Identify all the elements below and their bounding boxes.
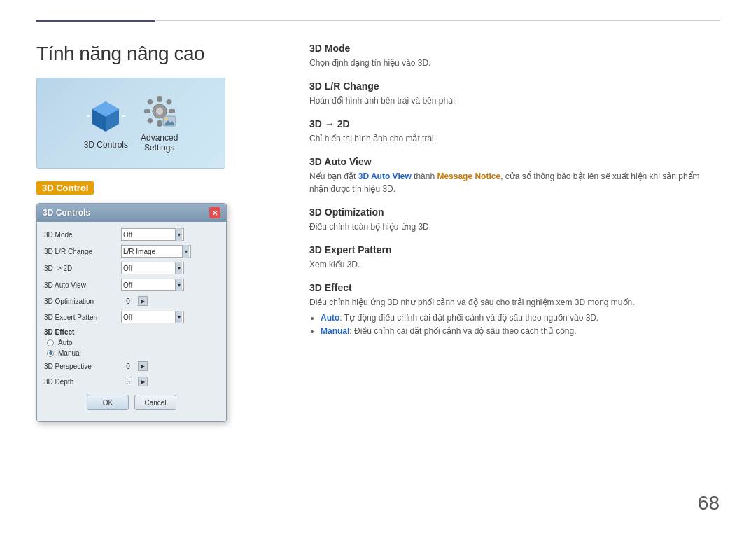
lr-change-select[interactable]: L/R Image ▾	[121, 245, 191, 258]
svg-point-9	[156, 108, 163, 115]
desc-3d-to-2d: Chỉ hiển thị hình ảnh cho mắt trái.	[309, 132, 720, 145]
dialog-value-lr-change[interactable]: L/R Image ▾	[121, 245, 219, 258]
radio-label-manual: Manual	[58, 349, 81, 357]
depth-stepper[interactable]: 5 ▶	[121, 377, 148, 386]
svg-rect-16	[146, 118, 153, 125]
top-lines	[0, 0, 756, 22]
optimization-stepper[interactable]: 0 ▶	[121, 296, 148, 306]
heading-auto-view: 3D Auto View	[309, 156, 720, 167]
dialog-label-optimization: 3D Optimization	[44, 297, 121, 305]
3d-mode-select[interactable]: Off ▾	[121, 228, 184, 241]
dialog-label-3d-mode: 3D Mode	[44, 231, 121, 239]
heading-3d-to-2d: 3D → 2D	[309, 118, 720, 129]
svg-rect-10	[158, 96, 162, 102]
section-3d-effect: 3D Effect Điều chỉnh hiệu ứng 3D như phố…	[309, 282, 720, 338]
perspective-stepper[interactable]: 0 ▶	[121, 361, 148, 371]
3d-mode-arrow: ▾	[175, 228, 182, 241]
radio-row-manual[interactable]: Manual	[37, 348, 226, 358]
dialog-value-auto-view[interactable]: Off ▾	[121, 279, 219, 291]
dialog-row-3d-mode: 3D Mode Off ▾	[37, 226, 226, 243]
dialog-cancel-button[interactable]: Cancel	[134, 395, 176, 410]
dialog-value-expert-pattern[interactable]: Off ▾	[121, 311, 219, 323]
auto-view-arrow: ▾	[175, 279, 182, 291]
heading-3d-effect: 3D Effect	[309, 282, 720, 293]
top-line-dark	[36, 20, 155, 22]
heading-optimization: 3D Optimization	[309, 206, 720, 218]
heading-3d-mode: 3D Mode	[309, 43, 720, 54]
dialog-value-optimization[interactable]: 0 ▶	[121, 296, 219, 306]
optimization-arrow-right[interactable]: ▶	[138, 296, 148, 306]
top-line-light	[155, 20, 720, 21]
desc-auto-view: Nếu bạn đặt 3D Auto View thành Message N…	[309, 170, 720, 195]
radio-label-auto: Auto	[58, 339, 73, 346]
3d-controls-icon	[87, 97, 125, 136]
desc-3d-mode: Chọn định dạng tín hiệu vào 3D.	[309, 57, 720, 69]
dialog-value-3d-to-2d[interactable]: Off ▾	[121, 262, 219, 274]
menu-item-box: 3D Controls	[37, 78, 225, 168]
menu-label-advanced-settings: AdvancedSettings	[141, 133, 178, 153]
menu-item-3d-controls[interactable]: 3D Controls	[84, 97, 128, 150]
dialog-row-3d-to-2d: 3D -> 2D Off ▾	[37, 260, 226, 276]
svg-rect-12	[144, 109, 150, 113]
svg-rect-11	[158, 120, 162, 127]
3d-to-2d-value: Off	[123, 265, 132, 272]
dialog-body: 3D Mode Off ▾ 3D L/R Change L/R Image	[37, 222, 226, 421]
section-3d-to-2d: 3D → 2D Chỉ hiển thị hình ảnh cho mắt tr…	[309, 118, 720, 145]
lr-change-value: L/R Image	[123, 248, 155, 255]
desc-expert-pattern: Xem kiểu 3D.	[309, 258, 720, 271]
page-number: 68	[698, 492, 720, 514]
section-optimization: 3D Optimization Điều chỉnh toàn bộ hiệu …	[309, 206, 720, 233]
section-expert-pattern: 3D Expert Pattern Xem kiểu 3D.	[309, 244, 720, 271]
bullet-auto: Auto: Tự động điều chỉnh cài đặt phối cả…	[321, 311, 720, 325]
heading-lr-change: 3D L/R Change	[309, 80, 720, 92]
dialog-value-depth[interactable]: 5 ▶	[121, 377, 219, 386]
3d-mode-value: Off	[123, 231, 132, 239]
dialog-effect-section-title: 3D Effect	[37, 325, 226, 337]
dialog-buttons: OK Cancel	[37, 389, 226, 417]
advanced-settings-icon	[142, 94, 177, 129]
menu-item-advanced-settings[interactable]: AdvancedSettings	[141, 94, 178, 153]
dialog-label-perspective: 3D Perspective	[44, 363, 121, 370]
bullet-manual-label: Manual	[321, 326, 349, 336]
3d-to-2d-arrow: ▾	[175, 262, 182, 274]
dialog-label-3d-to-2d: 3D -> 2D	[44, 265, 121, 272]
depth-value: 5	[121, 378, 135, 386]
menu-label-3d-controls: 3D Controls	[84, 140, 128, 150]
depth-arrow-right[interactable]: ▶	[138, 377, 148, 386]
dialog-value-perspective[interactable]: 0 ▶	[121, 361, 219, 371]
dialog-row-auto-view: 3D Auto View Off ▾	[37, 276, 226, 293]
radio-auto[interactable]	[47, 339, 54, 346]
optimization-value: 0	[121, 297, 135, 305]
svg-rect-14	[146, 99, 153, 106]
heading-expert-pattern: 3D Expert Pattern	[309, 244, 720, 255]
right-column: 3D Mode Chọn định dạng tín hiệu vào 3D. …	[253, 43, 720, 422]
dialog-label-depth: 3D Depth	[44, 378, 121, 386]
perspective-arrow-right[interactable]: ▶	[138, 361, 148, 371]
3d-to-2d-select[interactable]: Off ▾	[121, 262, 184, 274]
expert-pattern-select[interactable]: Off ▾	[121, 311, 184, 323]
main-content: Tính năng nâng cao	[0, 22, 756, 422]
selected-section-badge: 3D Control	[36, 181, 94, 195]
auto-view-value: Off	[123, 281, 132, 289]
dialog-value-3d-mode[interactable]: Off ▾	[121, 228, 219, 241]
dialog-label-expert-pattern: 3D Expert Pattern	[44, 314, 121, 321]
bullet-auto-label: Auto	[321, 313, 340, 323]
section-auto-view: 3D Auto View Nếu bạn đặt 3D Auto View th…	[309, 156, 720, 195]
dialog-row-depth: 3D Depth 5 ▶	[37, 374, 226, 389]
highlight-message-notice: Message Notice	[437, 171, 500, 181]
bullet-manual: Manual: Điều chỉnh cài đặt phối cảnh và …	[321, 325, 720, 338]
lr-change-arrow: ▾	[182, 245, 189, 258]
highlight-auto-view: 3D Auto View	[358, 171, 412, 181]
menu-image: 3D Controls	[36, 78, 225, 169]
dialog-row-optimization: 3D Optimization 0 ▶	[37, 293, 226, 309]
svg-rect-13	[169, 109, 175, 113]
radio-manual[interactable]	[47, 350, 54, 357]
desc-optimization: Điều chỉnh toàn bộ hiệu ứng 3D.	[309, 220, 720, 233]
dialog-ok-button[interactable]: OK	[87, 395, 129, 410]
section-3d-mode: 3D Mode Chọn định dạng tín hiệu vào 3D.	[309, 43, 720, 69]
dialog-close-button[interactable]: ✕	[209, 207, 220, 218]
dialog-label-auto-view: 3D Auto View	[44, 281, 121, 289]
radio-row-auto[interactable]: Auto	[37, 337, 226, 348]
auto-view-select[interactable]: Off ▾	[121, 279, 184, 291]
desc-lr-change: Hoán đổi hình ảnh bên trái và bên phải.	[309, 94, 720, 107]
